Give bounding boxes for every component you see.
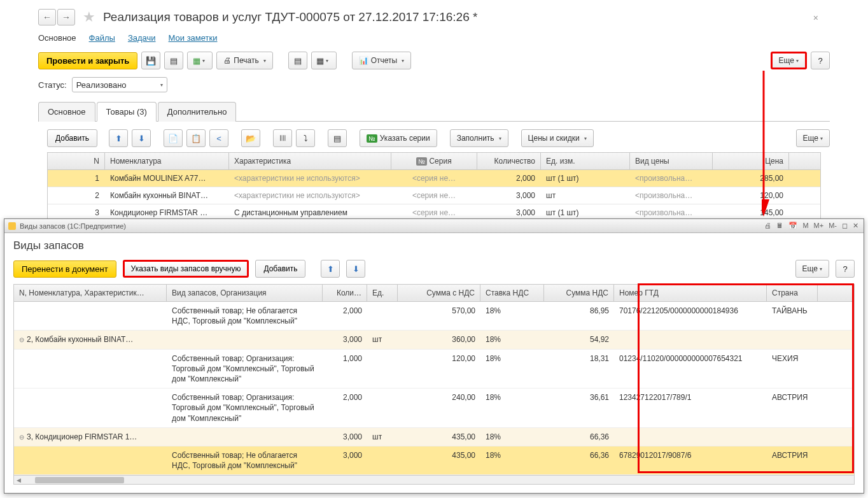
collapse-icon[interactable]: ⊖ bbox=[19, 434, 24, 441]
close-popup-icon[interactable]: ✕ bbox=[851, 222, 860, 230]
reports-button[interactable]: 📊Отчеты▾ bbox=[352, 52, 411, 69]
col-qty[interactable]: Количество bbox=[477, 153, 541, 169]
nav-notes[interactable]: Мои заметки bbox=[169, 33, 218, 43]
col-n[interactable]: N bbox=[48, 153, 105, 169]
pcol-country[interactable]: Страна bbox=[767, 285, 818, 301]
pcol-vat[interactable]: Ставка НДС bbox=[480, 285, 544, 301]
table-row[interactable]: 1 Комбайн MOULINEX A77… <характеристики … bbox=[48, 170, 820, 187]
transfer-button[interactable]: Перенести в документ bbox=[13, 260, 116, 278]
col-nom[interactable]: Номенклатура bbox=[105, 153, 229, 169]
grid-header: N Номенклатура Характеристика № Серия Ко… bbox=[48, 153, 820, 170]
tabs: Основное Товары (3) Дополнительно bbox=[38, 101, 830, 122]
pcol-qty[interactable]: Коли… bbox=[323, 285, 367, 301]
page-title: Реализация товаров и услуг ТДУТ-000075 о… bbox=[103, 10, 477, 24]
print-button[interactable]: 🖨Печать▾ bbox=[216, 52, 272, 69]
col-price[interactable]: Цена bbox=[713, 153, 789, 169]
table-row[interactable]: Собственный товар; Не облагается НДС, То… bbox=[14, 446, 854, 475]
popup-window: Виды запасов (1С:Предприятие) 🖨 🖩 📅 M M+… bbox=[4, 218, 864, 494]
goods-toolbar: Добавить ⬆ ⬇ 📄 📋 < 📂 ⦀⦀ ⤵ ▤ №Указать сер… bbox=[47, 129, 830, 147]
attach-icon[interactable]: ▦▾ bbox=[311, 52, 337, 69]
col-ser[interactable]: № Серия bbox=[391, 153, 477, 169]
m-icon[interactable]: M bbox=[801, 222, 809, 230]
create-based-icon[interactable]: ▦▾ bbox=[187, 52, 213, 69]
paste-icon[interactable]: 📋 bbox=[186, 129, 206, 147]
col-char[interactable]: Характеристика bbox=[229, 153, 391, 169]
restore-icon[interactable]: ◻ bbox=[841, 222, 849, 230]
save-icon[interactable]: 💾 bbox=[141, 52, 160, 69]
barcode-icon[interactable]: ⦀⦀ bbox=[273, 129, 292, 147]
import-icon[interactable]: ⤵ bbox=[296, 129, 315, 147]
calc-icon[interactable]: 🖩 bbox=[775, 222, 785, 230]
move-down-icon[interactable]: ⬇ bbox=[132, 129, 151, 147]
post-close-button[interactable]: Провести и закрыть bbox=[38, 52, 137, 69]
popup-toolbar: Перенести в документ Указать виды запасо… bbox=[13, 260, 855, 278]
main-window: ← → ★ Реализация товаров и услуг ТДУТ-00… bbox=[0, 0, 868, 222]
help-button[interactable]: ? bbox=[811, 52, 830, 69]
more-button[interactable]: Еще▾ bbox=[771, 52, 807, 69]
pcol-gtd[interactable]: Номер ГТД bbox=[614, 285, 767, 301]
folder-icon[interactable]: 📂 bbox=[241, 129, 260, 147]
popup-heading: Виды запасов bbox=[13, 239, 855, 252]
post-icon[interactable]: ▤ bbox=[164, 52, 183, 69]
pcol-ed[interactable]: Ед. bbox=[367, 285, 398, 301]
add-button[interactable]: Добавить bbox=[47, 129, 97, 147]
calendar-icon[interactable]: 📅 bbox=[787, 222, 799, 230]
main-toolbar: Провести и закрыть 💾 ▤ ▦▾ 🖨Печать▾ ▤ ▦▾ … bbox=[38, 52, 830, 69]
pcol-sum[interactable]: Сумма с НДС bbox=[398, 285, 480, 301]
collapse-icon[interactable]: ⊖ bbox=[19, 336, 24, 343]
move-up-icon[interactable]: ⬆ bbox=[109, 129, 128, 147]
tab-goods[interactable]: Товары (3) bbox=[97, 102, 157, 122]
popup-grid: N, Номенклатура, Характеристик… Вид запа… bbox=[13, 284, 855, 485]
title-row: ← → ★ Реализация товаров и услуг ТДУТ-00… bbox=[38, 9, 830, 25]
back-button[interactable]: ← bbox=[38, 9, 56, 25]
nav-links: Основное Файлы Задачи Мои заметки bbox=[38, 33, 830, 43]
popup-down-icon[interactable]: ⬇ bbox=[346, 260, 365, 278]
tab-main[interactable]: Основное bbox=[38, 102, 95, 122]
popup-add-button[interactable]: Добавить bbox=[255, 260, 305, 278]
popup-titlebar[interactable]: Виды запасов (1С:Предприятие) 🖨 🖩 📅 M M+… bbox=[4, 219, 864, 233]
share-icon[interactable]: < bbox=[209, 129, 228, 147]
popup-up-icon[interactable]: ⬆ bbox=[321, 260, 340, 278]
app-1c-icon bbox=[8, 222, 16, 230]
edo-icon[interactable]: ▤ bbox=[288, 52, 307, 69]
status-select[interactable]: Реализовано▾ bbox=[72, 77, 167, 92]
series-button[interactable]: №Указать серии bbox=[360, 129, 437, 147]
table-row[interactable]: 2 Комбайн кухонный BINAT… <характеристик… bbox=[48, 187, 820, 204]
doc-icon[interactable]: ▤ bbox=[328, 129, 347, 147]
table-group-row[interactable]: ⊖3, Кондиционер FIRMSTAR 1… 3,000 шт 435… bbox=[14, 428, 854, 446]
popup-more-button[interactable]: Еще▾ bbox=[795, 260, 829, 278]
copy-icon[interactable]: 📄 bbox=[164, 129, 183, 147]
popup-help-button[interactable]: ? bbox=[836, 260, 855, 278]
favorite-icon[interactable]: ★ bbox=[83, 9, 95, 25]
nav-tasks[interactable]: Задачи bbox=[128, 33, 156, 43]
horizontal-scrollbar[interactable]: ◀ bbox=[14, 475, 854, 484]
tab-extra[interactable]: Дополнительно bbox=[158, 102, 237, 122]
pcol-vid[interactable]: Вид запасов, Организация bbox=[167, 285, 323, 301]
m-plus-icon[interactable]: M+ bbox=[813, 222, 825, 230]
m-minus-icon[interactable]: M- bbox=[827, 222, 838, 230]
pcol-n[interactable]: N, Номенклатура, Характеристик… bbox=[14, 285, 167, 301]
scrollbar-thumb[interactable] bbox=[35, 477, 124, 483]
table-group-row[interactable]: ⊖2, Комбайн кухонный BINAT… 3,000 шт 360… bbox=[14, 331, 854, 349]
goods-grid: N Номенклатура Характеристика № Серия Ко… bbox=[47, 152, 821, 222]
status-label: Статус: bbox=[38, 80, 67, 90]
table-row[interactable]: Собственный товар; Организация: Торговый… bbox=[14, 350, 854, 389]
popup-grid-header: N, Номенклатура, Характеристик… Вид запа… bbox=[14, 285, 854, 302]
manual-stock-button[interactable]: Указать виды запасов вручную bbox=[123, 260, 249, 278]
table-row[interactable]: Собственный товар; Организация: Торговый… bbox=[14, 388, 854, 428]
status-row: Статус: Реализовано▾ bbox=[38, 77, 830, 92]
nav-files[interactable]: Файлы bbox=[89, 33, 115, 43]
prices-button[interactable]: Цены и скидки▾ bbox=[521, 129, 594, 147]
goods-more-button[interactable]: Еще▾ bbox=[796, 129, 830, 147]
nav-main[interactable]: Основное bbox=[38, 33, 76, 43]
table-row[interactable]: Собственный товар; Не облагается НДС, То… bbox=[14, 302, 854, 331]
forward-button[interactable]: → bbox=[57, 9, 75, 25]
col-um[interactable]: Ед. изм. bbox=[541, 153, 630, 169]
close-icon[interactable]: × bbox=[813, 13, 818, 23]
col-ptype[interactable]: Вид цены bbox=[630, 153, 713, 169]
pcol-vatsum[interactable]: Сумма НДС bbox=[544, 285, 614, 301]
popup-window-title: Виды запасов (1С:Предприятие) bbox=[20, 222, 126, 230]
print-icon[interactable]: 🖨 bbox=[763, 222, 773, 230]
fill-button[interactable]: Заполнить▾ bbox=[450, 129, 508, 147]
